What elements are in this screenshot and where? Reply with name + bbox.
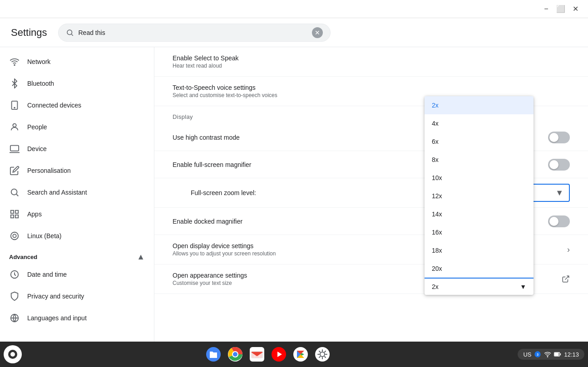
locale-text: US [523, 351, 531, 358]
taskbar: US 3 12:13 [0, 342, 588, 367]
svg-rect-12 [15, 215, 18, 218]
sidebar-item-people-label: People [27, 123, 47, 131]
search-icon [66, 29, 74, 37]
sidebar-item-privacy[interactable]: Privacy and security [0, 285, 150, 307]
svg-point-31 [315, 347, 330, 362]
dropdown-option-14x[interactable]: 14x [425, 205, 534, 223]
dropdown-footer-arrow: ▼ [520, 283, 526, 290]
system-tray[interactable]: US 3 12:13 [518, 349, 584, 360]
svg-point-25 [233, 352, 237, 357]
svg-point-7 [11, 189, 17, 195]
sidebar-item-people[interactable]: People [0, 116, 150, 138]
content-area: Enable Select to Speak Hear text read al… [154, 47, 588, 342]
taskbar-youtube-app[interactable] [269, 344, 289, 364]
svg-point-35 [548, 357, 548, 357]
svg-line-18 [565, 276, 569, 279]
select-to-speak-text: Enable Select to Speak Hear text read al… [173, 54, 570, 69]
docked-magnifier-toggle[interactable] [548, 215, 570, 227]
laptop-icon [9, 143, 20, 154]
sidebar-item-network-label: Network [27, 58, 50, 65]
clock-icon [9, 269, 20, 280]
sidebar-item-privacy-label: Privacy and security [27, 293, 84, 300]
network-badge: 3 [534, 351, 541, 358]
taskbar-settings-app[interactable] [312, 344, 332, 364]
dropdown-footer[interactable]: 2x ▼ [425, 278, 534, 295]
dropdown-option-20x[interactable]: 20x [425, 259, 534, 278]
svg-rect-37 [555, 353, 558, 355]
taskbar-gmail-app[interactable] [247, 344, 267, 364]
sidebar-item-personalisation-label: Personalisation [27, 167, 71, 174]
high-contrast-toggle[interactable] [548, 132, 570, 143]
app-window: Settings ✕ [0, 18, 588, 342]
sidebar-item-bluetooth-label: Bluetooth [27, 80, 54, 87]
svg-point-2 [14, 64, 15, 65]
sidebar-item-connected-devices-label: Connected devices [27, 102, 81, 109]
svg-rect-10 [15, 210, 18, 213]
zoom-label: Full-screen zoom level: [191, 189, 454, 196]
sidebar-item-date-time-label: Date and time [27, 271, 67, 278]
sidebar-item-apps-label: Apps [27, 210, 42, 218]
fullscreen-magnifier-toggle[interactable] [548, 159, 570, 171]
dropdown-option-4x[interactable]: 4x [425, 114, 534, 132]
clear-search-button[interactable]: ✕ [312, 27, 323, 38]
sidebar-item-apps[interactable]: Apps [0, 203, 150, 225]
sidebar-item-network[interactable]: Network [0, 51, 150, 73]
tablet-icon [9, 100, 20, 111]
page-title: Settings [11, 27, 47, 39]
svg-point-4 [14, 108, 15, 108]
svg-point-14 [13, 234, 16, 237]
svg-rect-9 [11, 210, 14, 213]
sidebar-item-bluetooth[interactable]: Bluetooth [0, 73, 150, 94]
sidebar-item-device[interactable]: Device [0, 138, 150, 160]
dropdown-option-18x[interactable]: 18x [425, 241, 534, 259]
dropdown-option-16x[interactable]: 16x [425, 223, 534, 241]
maximize-button[interactable]: ⬜ [553, 2, 568, 16]
dropdown-footer-value: 2x [432, 283, 439, 290]
launcher-button[interactable] [4, 345, 22, 363]
dropdown-option-6x[interactable]: 6x [425, 132, 534, 151]
search-bar[interactable]: ✕ [58, 24, 331, 42]
svg-point-0 [67, 30, 72, 35]
dropdown-option-12x[interactable]: 12x [425, 187, 534, 205]
titlebar: − ⬜ ✕ [0, 0, 588, 18]
sidebar-item-search-assistant[interactable]: Search and Assistant [0, 181, 150, 203]
select-to-speak-item[interactable]: Enable Select to Speak Hear text read al… [154, 47, 588, 77]
body: Network Bluetooth Connected devices [0, 47, 588, 342]
svg-rect-6 [10, 146, 19, 151]
close-button[interactable]: ✕ [568, 2, 583, 16]
minimize-button[interactable]: − [539, 2, 553, 16]
chevron-right-icon: › [567, 245, 570, 254]
taskbar-files-app[interactable] [203, 344, 223, 364]
sidebar-item-device-label: Device [27, 145, 47, 152]
grid-icon [9, 209, 20, 220]
svg-line-8 [16, 194, 18, 196]
svg-text:3: 3 [537, 352, 539, 357]
tts-voice-title: Text-to-Speech voice settings [173, 84, 570, 91]
advanced-section[interactable]: Advanced ▲ [0, 247, 154, 264]
advanced-label: Advanced [9, 254, 37, 260]
globe-icon [9, 313, 20, 323]
external-link-icon [562, 275, 570, 283]
sidebar: Network Bluetooth Connected devices [0, 47, 154, 342]
svg-point-5 [13, 124, 16, 127]
sidebar-item-languages[interactable]: Languages and input [0, 307, 150, 329]
battery-icon [554, 351, 561, 358]
dropdown-option-10x[interactable]: 10x [425, 169, 534, 187]
taskbar-chrome-app[interactable] [225, 344, 245, 364]
dropdown-option-8x[interactable]: 8x [425, 151, 534, 169]
svg-point-13 [11, 232, 19, 240]
bluetooth-icon [9, 78, 20, 89]
search-input[interactable] [79, 29, 307, 36]
sidebar-item-languages-label: Languages and input [27, 314, 87, 322]
taskbar-play-app[interactable] [291, 344, 311, 364]
sidebar-item-personalisation[interactable]: Personalisation [0, 160, 150, 181]
sidebar-item-date-time[interactable]: Date and time [0, 264, 150, 285]
clock-display: 12:13 [564, 351, 579, 358]
sidebar-item-linux[interactable]: Linux (Beta) [0, 225, 150, 247]
svg-point-20 [10, 352, 15, 357]
sidebar-item-connected-devices[interactable]: Connected devices [0, 94, 150, 116]
shield-icon [9, 291, 20, 302]
zoom-dropdown-popup: 2x 4x 6x 8x 10x 12x 14x 16x 18x 20x 2x ▼ [425, 96, 534, 295]
chevron-up-icon: ▲ [137, 252, 145, 262]
dropdown-option-2x[interactable]: 2x [425, 96, 534, 114]
